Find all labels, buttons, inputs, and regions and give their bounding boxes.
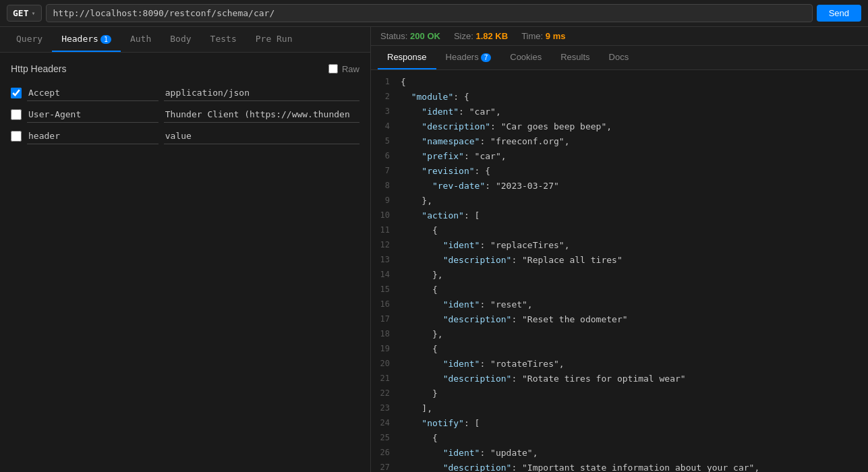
json-line: 19 { <box>371 343 868 357</box>
line-content: "namespace": "freeconf.org", <box>401 135 863 149</box>
header-row-3 <box>11 128 359 144</box>
status-value: 200 OK <box>410 31 440 41</box>
json-line: 27 "description": "Important state infor… <box>371 461 868 472</box>
header-key-2[interactable] <box>27 107 158 123</box>
line-number: 10 <box>376 209 401 222</box>
header-checkbox-3[interactable] <box>11 131 22 142</box>
line-number: 7 <box>376 165 401 177</box>
line-number: 15 <box>376 283 401 296</box>
raw-toggle[interactable]: Raw <box>328 64 359 74</box>
tab-docs[interactable]: Docs <box>600 46 639 69</box>
left-content: Http Headers Raw <box>0 53 370 472</box>
right-panel: Status: 200 OK Size: 1.82 KB Time: 9 ms … <box>371 27 868 472</box>
tab-prerun[interactable]: Pre Run <box>246 27 302 52</box>
line-number: 22 <box>376 387 401 400</box>
left-panel: Query Headers1 Auth Body Tests Pre Run H… <box>0 27 371 472</box>
header-key-3[interactable] <box>27 128 158 144</box>
json-line: 13 "description": "Replace all tires" <box>371 254 868 268</box>
json-line: 7 "revision": { <box>371 165 868 179</box>
header-row-2 <box>11 107 359 123</box>
line-content: { <box>401 224 863 238</box>
method-label: GET <box>13 8 28 18</box>
json-line: 3 "ident": "car", <box>371 105 868 120</box>
json-line: 10 "action": [ <box>371 209 868 224</box>
line-content: "prefix": "car", <box>401 150 863 164</box>
section-title: Http Headers <box>11 63 66 74</box>
raw-label: Raw <box>342 64 359 74</box>
line-content: }, <box>401 268 863 283</box>
line-content: { <box>401 283 863 297</box>
header-value-3[interactable] <box>164 128 359 144</box>
line-content: "action": [ <box>401 209 863 223</box>
line-number: 16 <box>376 298 401 311</box>
json-line: 9 }, <box>371 194 868 209</box>
status-label: Status: <box>380 31 407 41</box>
line-number: 4 <box>376 120 401 133</box>
line-content: "ident": "car", <box>401 105 863 119</box>
line-content: "ident": "reset", <box>401 298 863 312</box>
header-value-1[interactable] <box>164 85 359 101</box>
json-line: 6 "prefix": "car", <box>371 150 868 165</box>
json-line: 5 "namespace": "freeconf.org", <box>371 135 868 150</box>
time-label: Time: <box>521 31 543 41</box>
tab-headers[interactable]: Headers1 <box>52 27 121 52</box>
raw-checkbox-input[interactable] <box>328 64 338 73</box>
time-item: Time: 9 ms <box>521 31 565 41</box>
tab-auth[interactable]: Auth <box>121 27 161 52</box>
line-number: 21 <box>376 372 401 385</box>
tab-cookies[interactable]: Cookies <box>500 46 551 69</box>
tab-body[interactable]: Body <box>161 27 200 52</box>
json-line: 22 } <box>371 387 868 402</box>
json-line: 4 "description": "Car goes beep beep", <box>371 120 868 135</box>
tab-response[interactable]: Response <box>378 46 436 69</box>
line-number: 17 <box>376 313 401 326</box>
tab-response-headers[interactable]: Headers7 <box>436 46 501 69</box>
url-bar: GET ▾ Send <box>0 0 868 27</box>
status-item: Status: 200 OK <box>380 31 440 41</box>
json-line: 11 { <box>371 224 868 239</box>
line-number: 9 <box>376 194 401 207</box>
json-line: 14 }, <box>371 268 868 283</box>
chevron-down-icon: ▾ <box>31 9 35 17</box>
json-line: 21 "description": "Rotate tires for opti… <box>371 372 868 387</box>
size-value: 1.82 KB <box>475 31 508 41</box>
line-content: "ident": "replaceTires", <box>401 239 863 253</box>
json-line: 17 "description": "Reset the odometer" <box>371 313 868 328</box>
tab-query[interactable]: Query <box>7 27 52 52</box>
line-content: } <box>401 387 863 401</box>
line-content: { <box>401 76 863 90</box>
header-checkbox-2[interactable] <box>11 109 22 120</box>
line-content: ], <box>401 402 863 416</box>
header-row-1 <box>11 85 359 101</box>
line-number: 27 <box>376 461 401 472</box>
tab-tests[interactable]: Tests <box>201 27 246 52</box>
line-number: 25 <box>376 432 401 444</box>
status-bar: Status: 200 OK Size: 1.82 KB Time: 9 ms <box>371 27 868 46</box>
section-header: Http Headers Raw <box>11 63 359 74</box>
line-content: "description": "Reset the odometer" <box>401 313 863 327</box>
json-line: 16 "ident": "reset", <box>371 298 868 313</box>
line-content: "revision": { <box>401 165 863 179</box>
line-number: 14 <box>376 268 401 281</box>
headers-badge: 1 <box>100 35 111 44</box>
line-content: "rev-date": "2023-03-27" <box>401 179 863 194</box>
json-line: 18 }, <box>371 328 868 343</box>
json-line: 24 "notify": [ <box>371 417 868 432</box>
line-number: 18 <box>376 328 401 341</box>
tab-results[interactable]: Results <box>551 46 599 69</box>
json-viewer[interactable]: 1{2 "module": {3 "ident": "car",4 "descr… <box>371 70 868 472</box>
json-line: 20 "ident": "rotateTires", <box>371 357 868 372</box>
method-dropdown[interactable]: GET ▾ <box>7 5 42 22</box>
json-line: 15 { <box>371 283 868 298</box>
send-button[interactable]: Send <box>817 5 861 22</box>
url-input[interactable] <box>46 4 813 22</box>
line-number: 12 <box>376 239 401 252</box>
json-line: 25 { <box>371 432 868 446</box>
header-key-1[interactable] <box>27 85 158 101</box>
line-content: { <box>401 432 863 446</box>
line-content: "module": { <box>401 90 863 105</box>
header-checkbox-1[interactable] <box>11 88 22 98</box>
json-line: 12 "ident": "replaceTires", <box>371 239 868 254</box>
line-number: 6 <box>376 150 401 163</box>
header-value-2[interactable] <box>164 107 359 123</box>
